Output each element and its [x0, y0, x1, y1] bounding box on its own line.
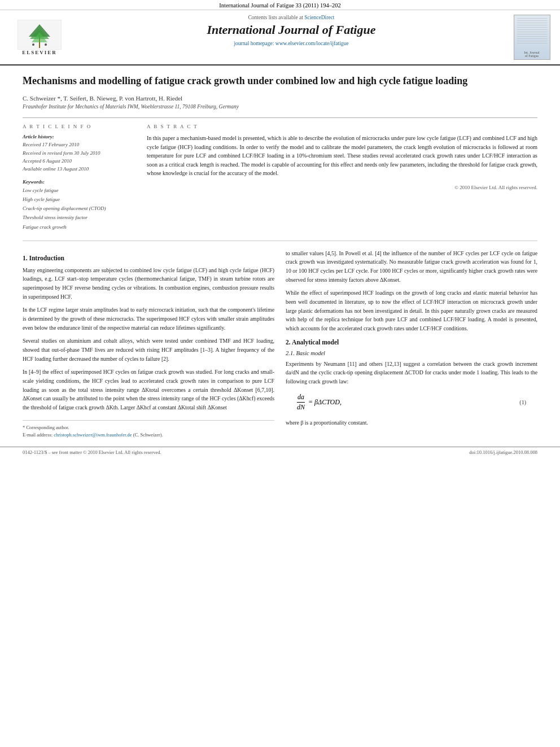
- fraction-numerator: da: [298, 393, 304, 401]
- elsevier-text: ELSEVIER: [22, 50, 57, 55]
- journal-title: International Journal of Fatigue: [79, 23, 504, 37]
- copyright-line: © 2010 Elsevier Ltd. All rights reserved…: [147, 185, 537, 190]
- article-info-heading: A R T I C L E I N F O: [23, 124, 135, 129]
- svg-point-6: [45, 43, 47, 46]
- footer-doi: doi:10.1016/j.ijfatigue.2010.08.008: [469, 449, 537, 455]
- fraction-bar: [297, 402, 305, 403]
- analytical-heading: 2. Analytical model: [286, 339, 537, 346]
- article-info-column: A R T I C L E I N F O Article history: R…: [23, 124, 135, 231]
- section-divider: [23, 241, 537, 241]
- keywords-label: Keywords:: [23, 179, 135, 185]
- basic-model-para: Experiments by Neumann [11] and others […: [286, 360, 537, 386]
- top-bar: International Journal of Fatigue 33 (201…: [0, 0, 560, 10]
- journal-header: ELSEVIER Contents lists available at Sci…: [0, 10, 560, 65]
- received-revised-date: Received in revised form 30 July 2010: [23, 149, 135, 157]
- intro-right-para-2: While the effect of superimposed HCF loa…: [286, 289, 537, 333]
- keyword-low-cycle: Low cycle fatigue: [23, 186, 135, 195]
- elsevier-logo: ELSEVIER: [18, 20, 62, 55]
- homepage-link[interactable]: journal homepage: www.elsevier.com/locat…: [234, 41, 348, 46]
- intro-para-2: In the LCF regime larger strain amplitud…: [23, 305, 274, 332]
- article-history-label: Article history:: [23, 134, 135, 139]
- contents-line: Contents lists available at ScienceDirec…: [79, 15, 504, 20]
- accepted-date: Accepted 6 August 2010: [23, 157, 135, 165]
- page-footer: 0142-1123/$ – see front matter © 2010 El…: [0, 447, 560, 457]
- svg-point-5: [32, 43, 34, 46]
- journal-cover-area: Int. Journalof Fatigue: [509, 15, 554, 60]
- available-online-date: Available online 13 August 2010: [23, 165, 135, 173]
- intro-para-4: In [4–9] the effect of superimposed HCF …: [23, 368, 274, 412]
- basic-model-para2: where β is a proportionality constant.: [286, 418, 537, 427]
- article-info-abstract-section: A R T I C L E I N F O Article history: R…: [23, 117, 537, 231]
- homepage-line: journal homepage: www.elsevier.com/locat…: [79, 41, 504, 46]
- equation-content: da dN = βΔCTOD,: [297, 393, 342, 412]
- journal-reference: International Journal of Fatigue 33 (201…: [219, 2, 340, 8]
- received-date: Received 17 February 2010: [23, 141, 135, 148]
- intro-para-3: Several studies on aluminium and cobalt …: [23, 337, 274, 363]
- footnote-area: * Corresponding author. E-mail address: …: [23, 420, 274, 439]
- footnote-email: E-mail address: christoph.schweizer@iwm.…: [23, 431, 274, 439]
- equation-rhs: = βΔCTOD,: [308, 398, 342, 407]
- keyword-threshold: Threshold stress intensity factor: [23, 213, 135, 222]
- equation-block: da dN = βΔCTOD, (1): [297, 393, 526, 412]
- fraction-denominator: dN: [297, 403, 305, 412]
- footnote-corresponding: * Corresponding author.: [23, 424, 274, 431]
- keyword-ctod: Crack-tip opening displacement (CTOD): [23, 204, 135, 213]
- authors: C. Schweizer *, T. Seifert, B. Nieweg, P…: [23, 95, 537, 102]
- keyword-high-cycle: High cycle fatigue: [23, 195, 135, 204]
- keyword-fatigue-crack: Fatigue crack growth: [23, 222, 135, 231]
- abstract-heading: A B S T R A C T: [147, 124, 537, 129]
- elsevier-logo-area: ELSEVIER: [6, 15, 73, 60]
- abstract-column: A B S T R A C T In this paper a mechanis…: [147, 124, 537, 231]
- fraction-da-dN: da dN: [297, 393, 305, 412]
- affiliation: Fraunhofer Institute for Mechanics of Ma…: [23, 104, 537, 110]
- intro-right-para-1: to smaller values [4,5]. In Powell et al…: [286, 249, 537, 285]
- footer-issn: 0142-1123/$ – see front matter © 2010 El…: [23, 449, 161, 455]
- author-email-link[interactable]: christoph.schweizer@iwm.fraunhofer.de: [54, 432, 132, 438]
- tree-icon: [18, 20, 62, 50]
- main-content: Mechanisms and modelling of fatigue crac…: [0, 65, 560, 447]
- equation-number: (1): [519, 399, 526, 405]
- article-title: Mechanisms and modelling of fatigue crac…: [23, 74, 537, 88]
- body-left-column: 1. Introduction Many engineering compone…: [23, 249, 274, 439]
- abstract-text: In this paper a mechanism-based model is…: [147, 134, 537, 178]
- sciencedirect-link[interactable]: ScienceDirect: [304, 15, 334, 20]
- intro-heading: 1. Introduction: [23, 255, 274, 261]
- journal-cover-thumbnail: Int. Journalof Fatigue: [514, 15, 550, 60]
- journal-header-center: Contents lists available at ScienceDirec…: [73, 15, 509, 60]
- basic-model-heading: 2.1. Basic model: [286, 350, 537, 356]
- intro-para-1: Many engineering components are subjecte…: [23, 266, 274, 302]
- body-columns: 1. Introduction Many engineering compone…: [23, 249, 537, 439]
- body-right-column: to smaller values [4,5]. In Powell et al…: [286, 249, 537, 439]
